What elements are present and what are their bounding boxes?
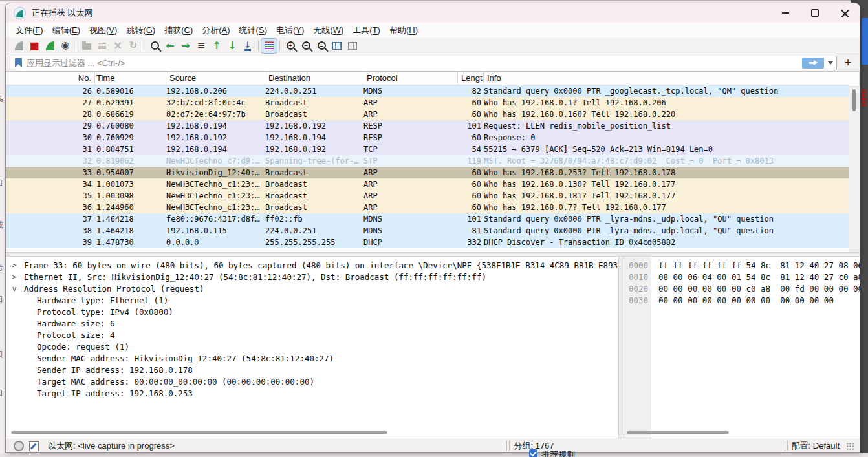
first-packet-button[interactable]: ↑ xyxy=(209,39,224,53)
packet-row-30[interactable]: 300.760929192.168.0.192192.168.0.194RESP… xyxy=(6,132,860,143)
zoom-out-button[interactable]: − xyxy=(298,39,314,53)
packet-row-36[interactable]: 361.244960NewH3CTechno_c1:23:…BroadcastA… xyxy=(6,202,860,213)
column-header-info[interactable]: Info xyxy=(484,72,860,85)
column-header-destination[interactable]: Destination xyxy=(265,72,363,85)
filter-bookmark-icon[interactable] xyxy=(15,58,22,68)
last-packet-button[interactable]: ↓ xyxy=(224,39,240,53)
menu-item-s[interactable]: 统计(S) xyxy=(235,23,271,37)
capture-comment-icon[interactable] xyxy=(29,441,39,451)
hex-hscrollbar-thumb[interactable] xyxy=(627,431,729,434)
zoom-in-button[interactable]: + xyxy=(283,39,298,53)
zoom-reset-button[interactable]: = xyxy=(314,39,329,53)
apply-filter-button[interactable] xyxy=(802,58,824,69)
packet-row-27[interactable]: 270.62939132:b7:cd:8f:0c:4cBroadcastARP6… xyxy=(6,97,860,109)
find-packet-button[interactable] xyxy=(147,39,162,53)
maximize-button[interactable] xyxy=(800,3,830,23)
column-header-source[interactable]: Source xyxy=(166,72,265,85)
auto-scroll-toggle-button[interactable]: ↓ xyxy=(240,39,255,53)
tree-item[interactable]: Sender IP address: 192.168.0.178 xyxy=(6,365,618,376)
cell-protocol: ARP xyxy=(363,191,458,200)
hex-bytes[interactable]: 00 00 00 00 00 00 c0 a8 00 fd 00 00 00 0… xyxy=(651,283,860,295)
reload-capture-file-icon: ↻ xyxy=(129,41,138,50)
expanded-icon[interactable]: v xyxy=(10,283,19,295)
tree-item[interactable]: Hardware size: 6 xyxy=(6,318,618,330)
colorize-toggle-button[interactable] xyxy=(261,39,277,53)
packet-row-26[interactable]: 260.589016192.168.0.206224.0.0.251MDNS82… xyxy=(6,85,860,97)
horizontal-splitter[interactable] xyxy=(6,252,860,257)
filter-dropdown-caret[interactable] xyxy=(826,61,835,65)
column-header-length[interactable]: Lengt xyxy=(458,72,484,85)
stop-capture-button[interactable]: ■ xyxy=(27,39,42,53)
minimize-button[interactable] xyxy=(770,3,800,23)
column-header-time[interactable]: Time xyxy=(95,72,166,85)
menu-item-e[interactable]: 编辑(E) xyxy=(49,23,84,37)
profile-text[interactable]: 配置: Default xyxy=(792,440,840,452)
next-packet-button[interactable]: → xyxy=(178,39,193,53)
packet-row-34[interactable]: 341.001073NewH3CTechno_c1:23:…BroadcastA… xyxy=(6,178,860,190)
collapsed-icon[interactable]: > xyxy=(10,260,19,271)
packet-row-32[interactable]: 320.819062NewH3CTechno_c7:d9:…Spanning-t… xyxy=(6,155,860,167)
expert-info-icon[interactable] xyxy=(14,441,24,451)
cell-destination: Spanning-tree-(for-… xyxy=(265,156,363,165)
collapsed-icon[interactable]: > xyxy=(10,271,19,283)
hex-offset: 0020 xyxy=(624,283,651,295)
vertical-splitter[interactable] xyxy=(618,257,624,438)
resize-grip[interactable] xyxy=(846,442,854,451)
close-button[interactable] xyxy=(830,3,860,23)
hex-bytes[interactable]: ff ff ff ff ff ff 54 8c 81 12 40 27 08 0… xyxy=(651,260,860,271)
packet-row-29[interactable]: 290.760080192.168.0.194192.168.0.192RESP… xyxy=(6,120,860,132)
resize-columns-button[interactable] xyxy=(329,39,345,53)
menu-item-w[interactable]: 无线(W) xyxy=(309,23,347,37)
packet-row-38[interactable]: 381.464218192.168.0.115224.0.0.251MDNS81… xyxy=(6,225,860,237)
background-bottom-strip xyxy=(0,453,868,457)
column-header-protocol[interactable]: Protocol xyxy=(363,72,458,85)
tree-item[interactable]: Protocol size: 4 xyxy=(6,330,618,341)
add-filter-button[interactable]: + xyxy=(840,56,856,70)
tree-item-label: Protocol size: 4 xyxy=(19,330,114,341)
tree-item[interactable]: vAddress Resolution Protocol (request) xyxy=(6,283,618,295)
menu-item-v[interactable]: 视图(V) xyxy=(85,23,121,37)
menu-bar: 文件(F)编辑(E)视图(V)跳转(G)捕获(C)分析(A)统计(S)电话(Y)… xyxy=(6,23,860,37)
packet-list-scrollbar[interactable] xyxy=(849,85,860,252)
packet-row-28[interactable]: 280.68661902:d7:2e:64:97:7bBroadcastARP6… xyxy=(6,109,860,120)
tree-item-label: Target IP address: 192.168.0.253 xyxy=(19,388,193,399)
tree-item[interactable]: Hardware type: Ethernet (1) xyxy=(6,295,618,306)
hex-offset: 0030 xyxy=(624,295,651,306)
menu-item-h[interactable]: 帮助(H) xyxy=(385,23,422,37)
tree-item[interactable]: Opcode: request (1) xyxy=(6,341,618,353)
cell-source: 192.168.0.192 xyxy=(166,133,265,142)
menu-item-y[interactable]: 电话(Y) xyxy=(272,23,308,37)
scrollbar-thumb[interactable] xyxy=(852,89,856,111)
detail-hscrollbar-thumb[interactable] xyxy=(11,431,387,434)
tree-item[interactable]: Target IP address: 192.168.0.253 xyxy=(6,388,618,399)
menu-item-c[interactable]: 捕获(C) xyxy=(160,23,197,37)
packet-row-35[interactable]: 351.003098NewH3CTechno_c1:23:…BroadcastA… xyxy=(6,190,860,202)
hex-bytes[interactable]: 00 00 00 00 00 00 00 00 00 00 00 00 xyxy=(651,295,834,306)
displayed-columns-button[interactable] xyxy=(345,39,360,53)
menu-item-g[interactable]: 跳转(G) xyxy=(122,23,159,37)
packet-row-31[interactable]: 310.804751192.168.0.194192.168.0.192TCP5… xyxy=(6,143,860,155)
column-header-no[interactable]: No. xyxy=(6,72,95,85)
menu-item-a[interactable]: 分析(A) xyxy=(198,23,233,37)
tree-item[interactable]: Target MAC address: 00:00:00_00:00:00 (0… xyxy=(6,376,618,388)
capture-options-button[interactable]: ◉ xyxy=(58,39,73,53)
display-filter-input[interactable] xyxy=(25,58,802,69)
tree-item[interactable]: >Ethernet II, Src: HikvisionDig_12:40:27… xyxy=(6,271,618,283)
hex-bytes[interactable]: 08 00 06 04 00 01 54 8c 81 12 40 27 c0 a… xyxy=(651,271,860,283)
restart-capture-button[interactable] xyxy=(42,39,58,53)
tree-item[interactable]: Sender MAC address: HikvisionDig_12:40:2… xyxy=(6,353,618,365)
tree-item[interactable]: >Frame 33: 60 bytes on wire (480 bits), … xyxy=(6,260,618,271)
go-to-packet-icon: ≡ xyxy=(197,41,206,50)
packet-row-37[interactable]: 371.464218fe80::9676:4317:d8f…ff02::fbMD… xyxy=(6,213,860,225)
tree-item[interactable]: Protocol type: IPv4 (0x0800) xyxy=(6,306,618,318)
menu-item-f[interactable]: 文件(F) xyxy=(12,23,47,37)
menu-item-t[interactable]: 工具(T) xyxy=(349,23,384,37)
packet-row-33[interactable]: 330.954007HikvisionDig_12:40:…BroadcastA… xyxy=(6,167,860,178)
close-icon xyxy=(841,9,849,17)
cell-no: 33 xyxy=(6,168,95,177)
go-to-packet-button[interactable]: ≡ xyxy=(193,39,209,53)
previous-packet-button[interactable]: ← xyxy=(162,39,178,53)
display-filter-field[interactable] xyxy=(10,56,837,70)
cell-source: fe80::9676:4317:d8f… xyxy=(166,215,265,224)
packet-row-39[interactable]: 391.4787300.0.0.0255.255.255.255DHCP332D… xyxy=(6,237,860,248)
